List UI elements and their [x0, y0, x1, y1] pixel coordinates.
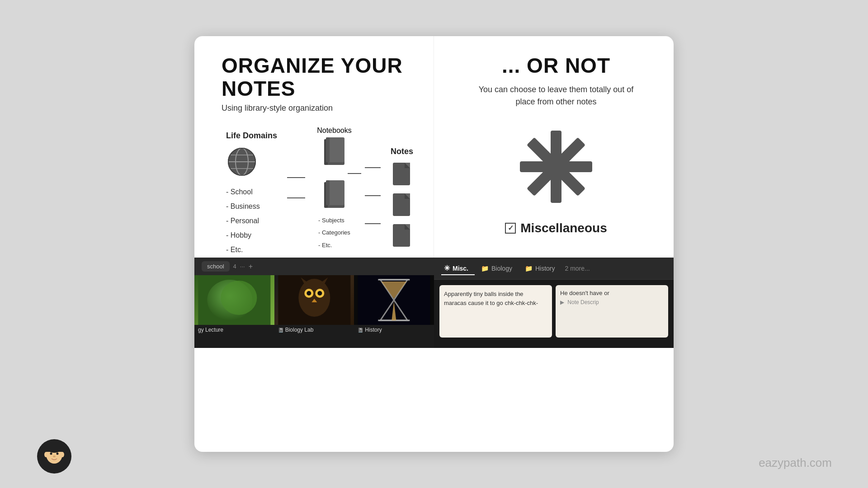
misc-text: Miscellaneous	[520, 221, 607, 235]
svg-rect-48	[46, 447, 62, 452]
card3-label: 📓 History	[354, 325, 434, 335]
globe-icon	[226, 146, 258, 178]
note2-text: He doesn't have or	[560, 290, 664, 296]
left-panel: ORGANIZE YOUR NOTES Using library-style …	[194, 36, 434, 258]
svg-rect-13	[326, 180, 330, 205]
more-tab[interactable]: 2 more...	[561, 263, 594, 274]
left-subtitle: Using library-style organization	[222, 103, 420, 113]
watermark: eazypath.com	[759, 456, 832, 470]
notebook-list: Subjects Categories Etc.	[318, 214, 350, 251]
misc-asterisk: ✳	[444, 264, 450, 272]
leaf-card-bg	[194, 275, 274, 325]
tab-dots[interactable]: ···	[240, 263, 245, 270]
bottom-section: school 4 ··· +	[194, 258, 674, 348]
misc-tab-label: Misc.	[453, 265, 468, 272]
col-label-notebooks: Notebooks	[317, 127, 352, 135]
domain-item: Personal	[226, 214, 260, 228]
arrow-icon: ▶	[560, 299, 564, 305]
notebook-item: Categories	[318, 226, 350, 239]
history-tab[interactable]: 📁 History	[519, 263, 561, 274]
h-line-3	[365, 167, 381, 168]
svg-point-29	[221, 281, 257, 315]
tab-count: 4	[233, 263, 236, 270]
left-mockup: school 4 ··· +	[194, 258, 434, 348]
domain-item: Business	[226, 199, 260, 214]
svg-point-51	[53, 455, 56, 457]
svg-rect-8	[327, 137, 344, 162]
checkbox-icon: ✓	[505, 223, 516, 234]
svg-point-50	[57, 453, 59, 455]
hourglass-card-bg	[354, 275, 434, 325]
note-icon-2	[392, 193, 412, 219]
svg-point-52	[44, 452, 48, 457]
more-tab-label: 2 more...	[565, 265, 590, 272]
notebook-item: Subjects	[318, 214, 350, 226]
note-icon-3	[392, 224, 412, 249]
right-mockup: ✳ Misc. 📁 Biology 📁 History 2 more...	[434, 258, 674, 348]
bio-tab-label: Biology	[491, 265, 512, 272]
domain-item: Etc.	[226, 243, 260, 257]
svg-rect-12	[327, 180, 344, 205]
notebook-icon-1	[322, 137, 347, 167]
svg-point-31	[298, 279, 330, 317]
main-card: ORGANIZE YOUR NOTES Using library-style …	[194, 36, 674, 452]
svg-point-34	[307, 291, 311, 296]
notes-content-area: Apparently tiny balls inside the maracas…	[434, 280, 674, 343]
h-line-1	[287, 177, 305, 178]
h-line-4	[365, 195, 381, 196]
note2-desc: ▶ Note Descrip	[560, 299, 664, 305]
right-panel: ... OR NOT You can choose to leave them …	[434, 36, 674, 258]
history-card[interactable]: 📓 History	[354, 275, 434, 347]
asterisk-icon	[515, 126, 597, 207]
h-line-5	[365, 223, 381, 224]
col-label-domains: Life Domains	[226, 131, 277, 141]
owl-image	[274, 275, 354, 325]
right-mockup-tabs: ✳ Misc. 📁 Biology 📁 History 2 more...	[434, 258, 674, 280]
left-title: ORGANIZE YOUR NOTES	[222, 54, 420, 100]
school-tab[interactable]: school	[202, 261, 230, 272]
card1-label: gy Lecture	[194, 325, 274, 335]
note-card-1[interactable]: Apparently tiny balls inside the maracas…	[439, 285, 552, 338]
connector-lines	[285, 127, 307, 208]
leaf-card[interactable]: gy Lecture	[194, 275, 274, 347]
domain-item: School	[226, 185, 260, 199]
col-label-notes: Notes	[391, 147, 413, 156]
svg-point-49	[50, 453, 52, 455]
leaf-image	[194, 275, 274, 325]
right-title: ... OR NOT	[502, 54, 610, 77]
left-mockup-tab-bar: school 4 ··· +	[194, 258, 434, 275]
svg-point-35	[317, 291, 322, 296]
notebook-small-icon: 📓	[278, 328, 283, 333]
hist-tab-label: History	[535, 265, 555, 272]
cards-area: gy Lecture	[194, 275, 434, 347]
domain-item: Hobby	[226, 228, 260, 243]
misc-label: ✓ Miscellaneous	[505, 221, 607, 235]
misc-tab[interactable]: ✳ Misc.	[441, 262, 475, 275]
asterisk-container	[511, 122, 601, 212]
connector-lines-2	[361, 127, 384, 226]
svg-rect-9	[326, 137, 330, 162]
notebook-connector	[307, 173, 362, 174]
card2-label: 📓 Biology Lab	[274, 325, 354, 335]
avatar-image	[36, 438, 72, 474]
notebook-small-icon-2: 📓	[358, 328, 363, 333]
top-section: ORGANIZE YOUR NOTES Using library-style …	[194, 36, 674, 258]
owl-card[interactable]: 📓 Biology Lab	[274, 275, 354, 347]
right-subtitle: You can choose to leave them totally out…	[470, 84, 642, 108]
domain-column: Life Domains School Business	[222, 127, 285, 257]
notebooks-column: Notebooks	[307, 127, 362, 251]
notebook-item: Etc.	[318, 239, 350, 251]
diagram: Life Domains School Business	[222, 127, 420, 257]
biology-tab[interactable]: 📁 Biology	[475, 263, 519, 274]
h-line-2	[287, 197, 305, 198]
note-icon-1	[392, 163, 412, 188]
note1-text: Apparently tiny balls inside the maracas…	[444, 290, 547, 307]
hist-folder-icon: 📁	[525, 265, 533, 272]
notes-column: Notes	[384, 127, 420, 252]
bio-folder-icon: 📁	[481, 265, 489, 272]
notebook-icon-2	[322, 180, 347, 210]
owl-card-bg	[274, 275, 354, 325]
avatar	[36, 438, 72, 474]
note-card-2[interactable]: He doesn't have or ▶ Note Descrip	[556, 285, 668, 338]
tab-plus[interactable]: +	[249, 263, 253, 271]
